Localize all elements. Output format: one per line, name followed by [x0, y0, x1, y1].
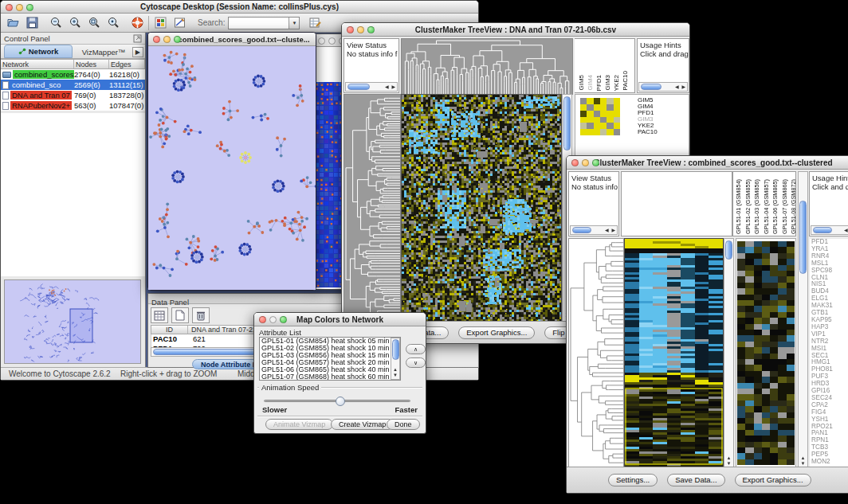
close-button[interactable] [259, 316, 266, 323]
network-view-titlebar[interactable]: combined_scores_good.txt--cluste... [148, 33, 316, 46]
attribute-item[interactable]: GPL51-07 (GSM868) heat shock 60 min [260, 373, 400, 381]
column-label[interactable]: GPL51-07 (GSM868) [781, 179, 790, 234]
zoom-button[interactable] [280, 316, 287, 323]
tv2-global-heatmap[interactable] [624, 238, 724, 468]
close-button[interactable] [6, 4, 13, 11]
open-session-icon[interactable] [6, 16, 20, 30]
tv2-global-v-scrollbar[interactable]: ▲▼ [724, 238, 734, 468]
tv1-column-dendrogram[interactable] [401, 38, 573, 95]
tv1-zoom-heatmap[interactable] [580, 98, 620, 135]
close-button[interactable] [153, 36, 160, 43]
table-edit-icon[interactable] [308, 16, 322, 30]
tv2-column-dendrogram-area[interactable] [621, 171, 732, 236]
column-label[interactable]: GPL51-08 (GSM872) [790, 179, 796, 234]
row-label[interactable]: PAC10 [638, 129, 658, 135]
attribute-item[interactable]: GPL51-03 (GSM856) heat shock 15 min [260, 352, 400, 359]
tab-overflow-arrow[interactable]: ▶ [132, 47, 143, 57]
annotation-icon[interactable] [172, 16, 186, 30]
listbox-v-scrollbar[interactable]: ▲▼ [391, 338, 400, 380]
delete-attribute-icon[interactable] [192, 307, 210, 323]
network-row[interactable]: combined_sco 2569(6) 13112(15) [1, 80, 145, 90]
attribute-listbox[interactable]: GPL51-01 (GSM854) heat shock 05 minGPL51… [259, 337, 401, 381]
float-panel-icon[interactable] [132, 33, 142, 43]
tv1-row-dendrogram[interactable] [344, 94, 401, 322]
zoom-button[interactable] [367, 26, 375, 33]
zoom-selected-icon[interactable] [106, 16, 120, 30]
attribute-item[interactable]: GPL51-02 (GSM855) heat shock 10 min [260, 345, 400, 352]
zoom-in-icon[interactable] [68, 16, 82, 30]
tv1-status-h-scrollbar[interactable]: ◀ ▶ [345, 82, 398, 92]
network-overview-panel[interactable] [4, 279, 141, 364]
attribute-item[interactable]: GPL51-01 (GSM854) heat shock 05 min [260, 338, 400, 345]
tv2-row-dendrogram[interactable] [568, 238, 624, 468]
zoom-button[interactable] [174, 36, 181, 43]
zoom-button[interactable] [592, 159, 599, 166]
tv2-zoom-heatmap[interactable] [737, 241, 795, 465]
column-label[interactable]: GIM4 [587, 75, 594, 91]
animation-speed-slider[interactable] [264, 400, 410, 402]
treeview-action-button[interactable]: Export Graphics... [458, 326, 535, 339]
gene-label[interactable]: MON2 [811, 459, 848, 466]
treeview-action-button[interactable]: Export Graphics... [735, 474, 811, 486]
column-label[interactable]: GPL51-02 (GSM855) [744, 179, 753, 234]
column-label[interactable]: GPL51-03 (GSM856) [753, 179, 762, 234]
move-up-button[interactable]: ∧ [406, 344, 426, 354]
column-label[interactable]: GIM3 [604, 75, 611, 91]
close-button[interactable] [318, 37, 325, 45]
column-label[interactable]: GPL51-01 (GSM854) [735, 179, 744, 234]
treeview-action-button[interactable]: Save Data... [667, 474, 724, 486]
column-label[interactable]: PAC10 [622, 71, 629, 91]
animate-vizmap-button[interactable]: Animate Vizmap [265, 419, 333, 430]
column-label[interactable]: GPL51-04 (GSM857) [763, 179, 771, 234]
save-session-icon[interactable] [25, 16, 39, 30]
network-overview-canvas[interactable] [5, 280, 140, 363]
attribute-item[interactable]: GPL51-06 (GSM865) heat shock 40 min [260, 366, 400, 373]
zoom-fit-icon[interactable] [87, 16, 101, 30]
network-row[interactable]: DNA and Tran 07 769(0) 183728(0) [1, 90, 145, 100]
tv1-usage-hints-panel: Usage Hints Click and drag to ◀ ▶ [637, 38, 689, 93]
tab-vizmapper[interactable]: VizMapper™ [74, 45, 133, 58]
tv2-gene-v-scrollbar[interactable]: ▲▼ [798, 171, 808, 468]
search-label: Search: [198, 18, 225, 27]
create-vizmap-button[interactable]: Create Vizmap [331, 419, 394, 430]
column-label[interactable]: GPL51-06 (GSM865) [771, 179, 780, 234]
search-combobox[interactable]: ▼ [228, 17, 300, 29]
search-dropdown-arrow[interactable]: ▼ [289, 18, 299, 29]
zoom-button[interactable] [26, 4, 33, 11]
minimize-button[interactable] [328, 37, 336, 45]
node-attribute-icon[interactable] [153, 16, 167, 30]
column-label[interactable]: GIM5 [578, 75, 585, 91]
minimize-button[interactable] [16, 4, 23, 11]
tab-network[interactable]: Network [4, 45, 73, 58]
col-id[interactable]: ID [151, 326, 188, 334]
minimize-button[interactable] [357, 26, 364, 33]
network-row[interactable]: RNAPuberNov2+ 563(0) 107847(0) [1, 100, 145, 111]
treeview1-titlebar[interactable]: ClusterMaker TreeView : DNA and Tran 07-… [342, 23, 689, 37]
move-down-button[interactable]: ∨ [406, 357, 426, 368]
attribute-item[interactable]: GPL51-04 (GSM857) heat shock 20 min [260, 359, 400, 366]
treeview-action-button[interactable]: Settings... [608, 474, 658, 486]
help-icon[interactable] [130, 16, 144, 30]
minimize-button[interactable] [269, 316, 277, 323]
tv1-hints-h-scrollbar[interactable]: ◀ ▶ [638, 82, 688, 92]
tv2-hints-h-scrollbar[interactable]: ◀ ▶ [811, 225, 848, 235]
column-label[interactable]: PFD1 [595, 75, 603, 91]
tv2-status-h-scrollbar[interactable]: ◀ ▶ [570, 225, 618, 235]
search-input[interactable] [229, 18, 289, 29]
network-row[interactable]: combined_scores 2764(0) 16218(0) [1, 69, 145, 80]
column-label[interactable]: YKE2 [613, 75, 620, 91]
attribute-table-icon[interactable] [151, 307, 168, 323]
slider-thumb[interactable] [336, 397, 345, 406]
new-attribute-icon[interactable] [171, 307, 189, 323]
minimize-button[interactable] [163, 36, 171, 43]
network-graph-canvas[interactable] [148, 46, 316, 290]
done-button[interactable]: Done [387, 419, 420, 430]
main-titlebar[interactable]: Cytoscape Desktop (Session Name: collins… [1, 1, 478, 14]
treeview2-titlebar[interactable]: ClusterMaker TreeView : combined_scores_… [567, 156, 848, 170]
zoom-out-icon[interactable] [49, 16, 63, 30]
close-button[interactable] [347, 26, 354, 33]
dialog-titlebar[interactable]: Map Colors to Network [254, 313, 426, 326]
close-button[interactable] [571, 159, 579, 166]
tv1-global-heatmap[interactable] [401, 94, 562, 322]
minimize-button[interactable] [582, 159, 589, 166]
